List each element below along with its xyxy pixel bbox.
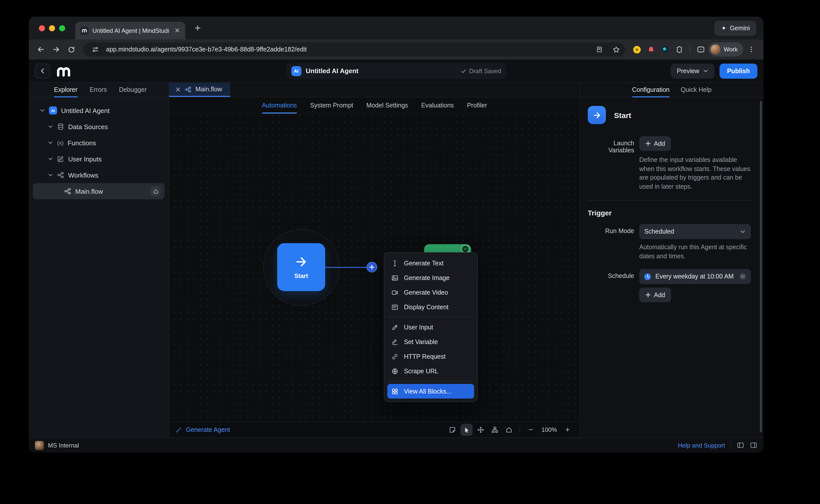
browser-tab[interactable]: Untitled AI Agent | MindStudi ✕ [75, 22, 185, 39]
menu-item-user-input[interactable]: User Input [387, 320, 474, 334]
bookmark-star-icon[interactable] [610, 43, 622, 55]
generate-agent-button[interactable]: Generate Agent [175, 426, 230, 433]
panel-toggle-left-icon[interactable] [737, 441, 744, 449]
maximize-window-button[interactable] [59, 25, 65, 31]
menu-item-view-all-blocks[interactable]: View All Blocks... [387, 384, 474, 399]
menu-item-http-request[interactable]: HTTP Request [387, 349, 474, 364]
chevron-down-icon[interactable] [48, 156, 53, 161]
start-node-icon [588, 106, 606, 124]
chevron-down-icon[interactable] [48, 124, 53, 129]
note-tool-icon[interactable] [447, 424, 459, 436]
extension-icon-bell[interactable] [644, 43, 658, 56]
tab-configuration[interactable]: Configuration [632, 83, 670, 97]
forward-icon[interactable] [49, 42, 63, 57]
tree-item-data-sources[interactable]: Data Sources [33, 119, 164, 135]
zoom-in-button[interactable]: + [561, 424, 573, 436]
profile-label: Work [724, 46, 738, 53]
pencil-square-icon [57, 155, 64, 162]
menu-item-display-content[interactable]: Display Content [387, 300, 474, 314]
home-icon [153, 188, 158, 194]
publish-button[interactable]: Publish [720, 63, 757, 78]
workspace-name[interactable]: MS Internal [48, 442, 79, 449]
menu-divider [388, 381, 473, 381]
run-mode-row: Run Mode Scheduled Automatically run thi… [588, 224, 751, 261]
zoom-out-button[interactable]: − [525, 424, 537, 436]
gear-icon[interactable] [739, 273, 746, 280]
subnav-automations[interactable]: Automations [262, 97, 297, 114]
auto-layout-icon[interactable] [489, 424, 501, 436]
flow-tab-main[interactable]: Main.flow [169, 83, 230, 97]
extensions-puzzle-icon[interactable] [673, 43, 686, 56]
browser-profile-chip[interactable]: Work [709, 42, 743, 57]
chevron-down-icon[interactable] [48, 173, 53, 178]
flow-tab-label: Main.flow [195, 86, 222, 93]
back-icon[interactable] [34, 42, 48, 57]
move-tool-icon[interactable] [475, 424, 487, 436]
schedule-label: Schedule [588, 269, 634, 302]
screenshot-stage: Untitled AI Agent | MindStudi ✕ ✦ Gemini [0, 0, 820, 504]
tree-item-label: Main.flow [75, 187, 103, 195]
tab-close-icon[interactable]: ✕ [173, 27, 181, 34]
menu-item-generate-text[interactable]: Generate Text [387, 256, 474, 270]
workspace-avatar[interactable] [35, 441, 44, 450]
tab-errors[interactable]: Errors [90, 83, 107, 97]
panel-scrollbar[interactable] [760, 101, 762, 432]
zoom-level[interactable]: 100% [541, 426, 557, 433]
panel-toggle-right-icon[interactable] [750, 441, 757, 449]
block-picker-menu: Generate Text Generate Image Generate Vi… [384, 252, 478, 402]
tab-quick-help[interactable]: Quick Help [681, 83, 712, 97]
menu-item-scrape-url[interactable]: Scrape URL [387, 364, 474, 378]
mindstudio-logo-icon[interactable] [57, 65, 72, 77]
subnav-evaluations[interactable]: Evaluations [421, 97, 454, 114]
browser-menu-icon[interactable] [744, 42, 758, 57]
menu-item-generate-image[interactable]: Generate Image [387, 270, 474, 285]
add-block-plus-button[interactable] [367, 262, 377, 272]
close-tab-icon[interactable] [175, 87, 181, 92]
tree-item-functions[interactable]: (x) Functions [33, 135, 164, 151]
gemini-button[interactable]: ✦ Gemini [715, 20, 756, 36]
chevron-down-icon[interactable] [40, 108, 45, 113]
home-view-icon[interactable] [503, 424, 515, 436]
help-and-support-link[interactable]: Help and Support [678, 442, 725, 449]
subnav-model-settings[interactable]: Model Settings [366, 97, 408, 114]
reload-icon[interactable] [64, 42, 78, 57]
start-node[interactable]: Start [277, 243, 325, 291]
preview-button[interactable]: Preview [671, 63, 715, 78]
url-text[interactable]: app.mindstudio.ai/agents/9937ce3e-b7e3-4… [106, 46, 589, 53]
select-tool-icon[interactable] [461, 424, 473, 436]
toolbar-separator [690, 45, 690, 53]
url-bar[interactable]: app.mindstudio.ai/agents/9937ce3e-b7e3-4… [83, 42, 625, 57]
tree-item-user-inputs[interactable]: User Inputs [33, 151, 164, 167]
add-launch-variable-button[interactable]: Add [639, 136, 671, 151]
tab-explorer[interactable]: Explorer [54, 83, 77, 97]
extension-icon-dark[interactable] [659, 43, 672, 56]
agent-title-bar[interactable]: AI Untitled AI Agent Draft Saved [286, 63, 506, 79]
menu-item-label: Set Variable [404, 338, 438, 345]
tab-debugger[interactable]: Debugger [119, 83, 147, 97]
minimize-window-button[interactable] [49, 25, 55, 31]
workflow-icon [64, 188, 71, 195]
menu-item-set-variable[interactable]: Set Variable [387, 334, 474, 349]
subnav-system-prompt[interactable]: System Prompt [310, 97, 353, 114]
tree-item-main-flow[interactable]: Main.flow [33, 183, 164, 199]
app-back-button[interactable] [35, 63, 50, 78]
save-to-collection-icon[interactable] [593, 43, 605, 55]
workflow-canvas[interactable]: Automations System Prompt Model Settings… [169, 97, 580, 437]
status-bar-right: Help and Support [678, 441, 757, 449]
menu-item-generate-video[interactable]: Generate Video [387, 285, 474, 300]
subnav-profiler[interactable]: Profiler [467, 97, 487, 114]
browser-window: Untitled AI Agent | MindStudi ✕ ✦ Gemini [29, 17, 763, 453]
add-schedule-button[interactable]: Add [639, 288, 671, 302]
image-icon [391, 274, 399, 281]
run-mode-select[interactable]: Scheduled [639, 224, 751, 239]
close-window-button[interactable] [39, 25, 45, 31]
tree-item-workflows[interactable]: Workflows [33, 167, 164, 183]
site-settings-icon[interactable] [89, 43, 101, 55]
side-panel-icon[interactable] [694, 43, 707, 56]
extension-icon-yellow[interactable] [630, 43, 643, 56]
tree-item-agent-root[interactable]: AI Untitled AI Agent [33, 102, 164, 119]
chevron-down-icon[interactable] [48, 140, 53, 145]
schedule-entry[interactable]: Every weekday at 10:00 AM [639, 269, 751, 284]
collapse-node-icon[interactable]: − [461, 245, 470, 253]
new-tab-button[interactable] [191, 22, 203, 34]
